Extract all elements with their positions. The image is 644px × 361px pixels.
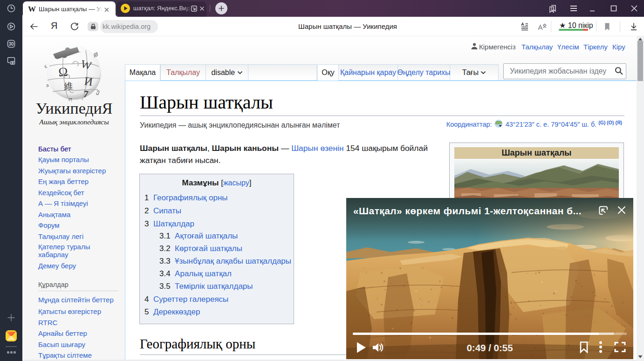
svg-text:30: 30 — [8, 41, 14, 47]
svg-text:Ω: Ω — [58, 65, 68, 79]
svg-text:ე: ე — [96, 88, 101, 95]
svg-text:И: И — [83, 75, 93, 88]
svg-text:維: 維 — [63, 81, 74, 91]
